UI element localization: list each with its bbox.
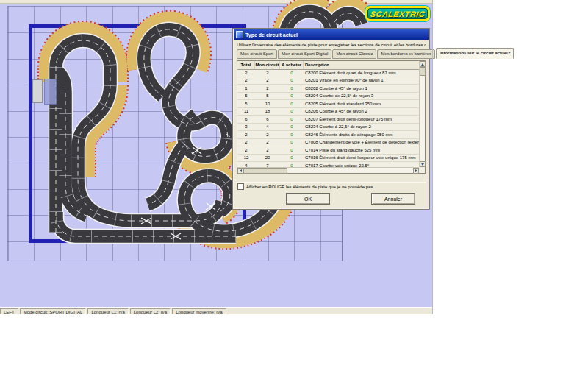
cell-description: C8206 Courbe à 45° de rayon 2 — [304, 109, 419, 113]
cell-total: 5 — [237, 102, 255, 106]
cell-mon-circuit: 2 — [255, 78, 280, 82]
parts-table: Total Mon circuit A acheter Description … — [237, 60, 426, 174]
tab[interactable]: Informations sur le circuit actuel? — [436, 48, 514, 59]
table-row[interactable]: 3 4 0 C8234 Courbe à 22,5° de rayon 2 — [237, 124, 419, 132]
status-item: LEFT — [0, 308, 18, 314]
cell-a-acheter: 0 — [280, 117, 304, 121]
track-inventory-dialog: Type de circuit actuel Utilisez l'invent… — [232, 28, 430, 210]
show-missing-label: Afficher en ROUGE les éléments de piste … — [246, 185, 374, 189]
status-bar: LEFT Mode circuit: SPORT DIGITAL Longueu… — [0, 307, 432, 314]
scroll-down-button[interactable] — [420, 161, 426, 167]
table-row[interactable]: 6 6 0 C8207 Élément droit demi-longueur … — [237, 116, 419, 124]
vertical-scroll-thumb[interactable] — [420, 67, 426, 76]
cell-a-acheter: 0 — [280, 132, 304, 137]
status-item: Mode circuit: SPORT DIGITAL — [20, 308, 87, 314]
app-window: SCALEXTRIC Type de circuit actuel Utilis… — [0, 0, 432, 314]
cell-mon-circuit: 2 — [255, 140, 280, 144]
scroll-left-button[interactable] — [237, 168, 243, 174]
dialog-icon — [236, 31, 243, 38]
tab[interactable]: Mon circuit Sport — [237, 49, 277, 59]
horizontal-scrollbar[interactable] — [237, 167, 419, 173]
cell-description: C8202 Courbe à 45° de rayon 1 — [304, 86, 419, 91]
cell-total: 2 — [237, 78, 255, 82]
dialog-instruction: Utilisez l'inventaire des éléments de pi… — [237, 43, 426, 47]
cell-mon-circuit: 2 — [255, 71, 280, 75]
header-a-acheter: A acheter — [280, 61, 304, 69]
table-row[interactable]: 5 10 0 C8205 Élément droit standard 350 … — [237, 100, 419, 108]
right-arrow-icon — [415, 169, 419, 172]
cell-a-acheter: 0 — [280, 102, 304, 106]
status-item: Longueur L1: n/a — [87, 308, 128, 314]
vertical-scrollbar[interactable] — [419, 61, 425, 167]
table-row[interactable]: 11 18 0 C8206 Courbe à 45° de rayon 2 — [237, 108, 419, 116]
cell-description: C7014 Piste du stand gauche 525 mm — [304, 148, 419, 152]
up-arrow-icon — [421, 62, 424, 66]
dialog-title-bar[interactable]: Type de circuit actuel — [234, 29, 429, 40]
cell-a-acheter: 0 — [280, 148, 304, 152]
table-row[interactable]: 12 20 0 C7016 Élément droit demi-longueu… — [237, 155, 419, 163]
cell-mon-circuit: 6 — [255, 117, 280, 121]
cell-mon-circuit: 4 — [255, 124, 280, 129]
table-row[interactable]: 2 2 0 C8200 Élément droit quart de longu… — [237, 69, 419, 77]
cell-description: C8207 Élément droit demi-longueur 175 mm — [304, 117, 419, 121]
status-item: Longueur L2: n/a — [130, 308, 171, 314]
cell-mon-circuit: 2 — [255, 86, 280, 91]
cell-description: C8204 Courbe de 22,5° de rayon 3 — [304, 93, 419, 98]
cell-total: 5 — [237, 93, 255, 98]
show-missing-checkbox[interactable] — [237, 183, 244, 190]
cell-description: C8200 Élément droit quart de longueur 87… — [304, 71, 419, 75]
cell-total: 1 — [237, 86, 255, 91]
cell-description: C8234 Courbe à 22,5° de rayon 2 — [304, 124, 419, 129]
cell-description: C8205 Élément droit standard 350 mm — [304, 102, 419, 106]
tab[interactable]: Mes bordures et barrières — [377, 49, 435, 59]
table-row[interactable]: 4 7 0 C7017 Courbe voie unique 22,5° — [237, 162, 419, 167]
cell-mon-circuit: 2 — [255, 148, 280, 152]
table-row[interactable]: 2 2 0 C8201 Virage en épingle 90° de ray… — [237, 77, 419, 85]
tab[interactable]: Mon circuit Classic — [332, 49, 376, 59]
horizontal-scroll-thumb[interactable] — [243, 168, 287, 174]
cell-description: C8246 Éléments droits de dérapage 350 mm — [304, 132, 419, 137]
dialog-tabs: Mon circuit Sport Mon circuit Sport Digi… — [237, 49, 426, 59]
cell-a-acheter: 0 — [280, 93, 304, 98]
pit-building[interactable] — [32, 79, 43, 103]
cell-mon-circuit: 2 — [255, 132, 280, 137]
dialog-title: Type de circuit actuel — [245, 32, 298, 38]
scroll-up-button[interactable] — [420, 61, 426, 67]
tab[interactable]: Mon circuit Sport Digital — [278, 49, 331, 59]
cell-total: 2 — [237, 148, 255, 152]
table-row[interactable]: 1 2 0 C8202 Courbe à 45° de rayon 1 — [237, 85, 419, 93]
down-arrow-icon — [421, 163, 424, 167]
table-row[interactable]: 2 2 0 C7014 Piste du stand gauche 525 mm — [237, 146, 419, 155]
cell-a-acheter: 0 — [280, 71, 304, 75]
table-row[interactable]: 2 2 0 C7008 Changement de voie + Élément… — [237, 139, 419, 147]
cell-total: 12 — [237, 155, 255, 160]
cell-total: 2 — [237, 140, 255, 144]
header-description: Description — [304, 61, 425, 69]
cell-mon-circuit: 20 — [255, 155, 280, 160]
cell-description: C8201 Virage en épingle 90° de rayon 1 — [304, 78, 419, 82]
header-total: Total — [237, 61, 255, 69]
scalextric-logo: SCALEXTRIC — [365, 6, 430, 21]
cell-mon-circuit: 10 — [255, 102, 280, 106]
cell-total: 3 — [237, 124, 255, 129]
cell-total: 6 — [237, 117, 255, 121]
ok-button[interactable]: OK — [286, 193, 330, 205]
show-missing-row: Afficher en ROUGE les éléments de piste … — [237, 183, 374, 190]
parts-table-rows: 2 2 0 C8200 Élément droit quart de longu… — [237, 69, 419, 167]
header-mon-circuit: Mon circuit — [255, 61, 280, 69]
cell-a-acheter: 0 — [280, 140, 304, 144]
cell-description: C7016 Élément droit demi-longueur voie u… — [304, 155, 419, 160]
cell-a-acheter: 0 — [280, 109, 304, 113]
separator — [236, 180, 426, 183]
table-row[interactable]: 2 2 0 C8246 Éléments droits de dérapage … — [237, 131, 419, 139]
scroll-right-button[interactable] — [413, 168, 419, 174]
left-arrow-icon — [238, 169, 242, 172]
pit-lane-zone[interactable] — [44, 79, 57, 105]
cell-a-acheter: 0 — [280, 78, 304, 82]
table-row[interactable]: 5 5 0 C8204 Courbe de 22,5° de rayon 3 — [237, 93, 419, 101]
window-edge — [432, 0, 433, 314]
cancel-button[interactable]: Annuler — [371, 193, 415, 205]
cell-mon-circuit: 18 — [255, 109, 280, 113]
cell-total: 11 — [237, 109, 255, 113]
cell-total: 2 — [237, 71, 255, 75]
